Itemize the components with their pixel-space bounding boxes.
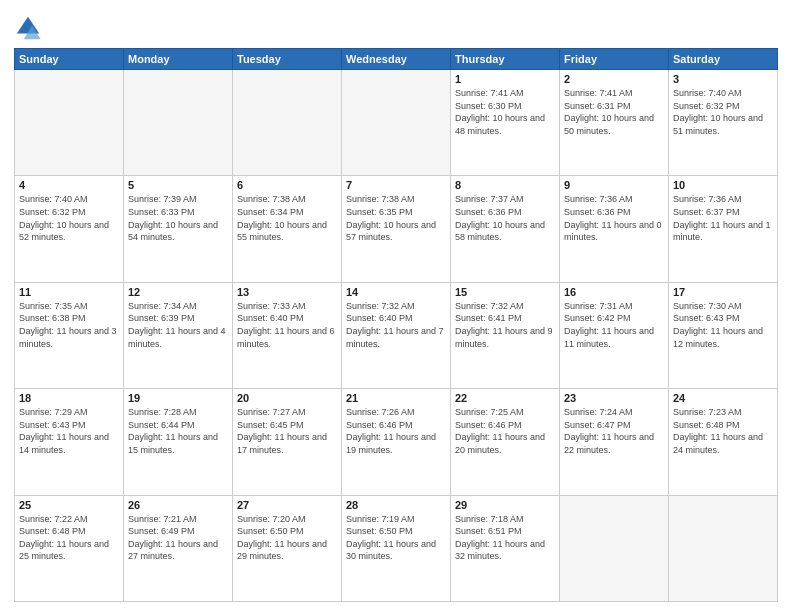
day-number: 4 xyxy=(19,179,119,191)
day-info: Sunrise: 7:23 AMSunset: 6:48 PMDaylight:… xyxy=(673,406,773,456)
svg-marker-0 xyxy=(17,17,39,34)
day-info: Sunrise: 7:28 AMSunset: 6:44 PMDaylight:… xyxy=(128,406,228,456)
calendar-cell: 11Sunrise: 7:35 AMSunset: 6:38 PMDayligh… xyxy=(15,282,124,388)
day-info: Sunrise: 7:39 AMSunset: 6:33 PMDaylight:… xyxy=(128,193,228,243)
day-info: Sunrise: 7:35 AMSunset: 6:38 PMDaylight:… xyxy=(19,300,119,350)
calendar-cell: 7Sunrise: 7:38 AMSunset: 6:35 PMDaylight… xyxy=(342,176,451,282)
calendar-cell: 24Sunrise: 7:23 AMSunset: 6:48 PMDayligh… xyxy=(669,389,778,495)
day-number: 7 xyxy=(346,179,446,191)
calendar-cell: 10Sunrise: 7:36 AMSunset: 6:37 PMDayligh… xyxy=(669,176,778,282)
day-info: Sunrise: 7:20 AMSunset: 6:50 PMDaylight:… xyxy=(237,513,337,563)
day-number: 11 xyxy=(19,286,119,298)
weekday-header-row: SundayMondayTuesdayWednesdayThursdayFrid… xyxy=(15,49,778,70)
day-number: 15 xyxy=(455,286,555,298)
day-info: Sunrise: 7:36 AMSunset: 6:37 PMDaylight:… xyxy=(673,193,773,243)
day-info: Sunrise: 7:32 AMSunset: 6:41 PMDaylight:… xyxy=(455,300,555,350)
day-number: 26 xyxy=(128,499,228,511)
day-number: 23 xyxy=(564,392,664,404)
calendar-cell: 8Sunrise: 7:37 AMSunset: 6:36 PMDaylight… xyxy=(451,176,560,282)
calendar-cell: 29Sunrise: 7:18 AMSunset: 6:51 PMDayligh… xyxy=(451,495,560,601)
day-info: Sunrise: 7:32 AMSunset: 6:40 PMDaylight:… xyxy=(346,300,446,350)
day-number: 19 xyxy=(128,392,228,404)
day-number: 28 xyxy=(346,499,446,511)
day-info: Sunrise: 7:26 AMSunset: 6:46 PMDaylight:… xyxy=(346,406,446,456)
calendar-cell: 27Sunrise: 7:20 AMSunset: 6:50 PMDayligh… xyxy=(233,495,342,601)
day-info: Sunrise: 7:34 AMSunset: 6:39 PMDaylight:… xyxy=(128,300,228,350)
calendar-cell xyxy=(560,495,669,601)
calendar-cell: 28Sunrise: 7:19 AMSunset: 6:50 PMDayligh… xyxy=(342,495,451,601)
day-info: Sunrise: 7:24 AMSunset: 6:47 PMDaylight:… xyxy=(564,406,664,456)
calendar-cell: 12Sunrise: 7:34 AMSunset: 6:39 PMDayligh… xyxy=(124,282,233,388)
day-number: 5 xyxy=(128,179,228,191)
day-info: Sunrise: 7:31 AMSunset: 6:42 PMDaylight:… xyxy=(564,300,664,350)
page: SundayMondayTuesdayWednesdayThursdayFrid… xyxy=(0,0,792,612)
calendar-cell: 22Sunrise: 7:25 AMSunset: 6:46 PMDayligh… xyxy=(451,389,560,495)
calendar-week-1: 1Sunrise: 7:41 AMSunset: 6:30 PMDaylight… xyxy=(15,70,778,176)
day-info: Sunrise: 7:29 AMSunset: 6:43 PMDaylight:… xyxy=(19,406,119,456)
calendar-week-5: 25Sunrise: 7:22 AMSunset: 6:48 PMDayligh… xyxy=(15,495,778,601)
day-number: 13 xyxy=(237,286,337,298)
calendar-cell: 17Sunrise: 7:30 AMSunset: 6:43 PMDayligh… xyxy=(669,282,778,388)
weekday-header-wednesday: Wednesday xyxy=(342,49,451,70)
header xyxy=(14,10,778,42)
day-number: 16 xyxy=(564,286,664,298)
calendar-cell xyxy=(15,70,124,176)
day-info: Sunrise: 7:38 AMSunset: 6:35 PMDaylight:… xyxy=(346,193,446,243)
calendar-week-4: 18Sunrise: 7:29 AMSunset: 6:43 PMDayligh… xyxy=(15,389,778,495)
day-number: 8 xyxy=(455,179,555,191)
day-number: 1 xyxy=(455,73,555,85)
calendar-cell: 25Sunrise: 7:22 AMSunset: 6:48 PMDayligh… xyxy=(15,495,124,601)
weekday-header-saturday: Saturday xyxy=(669,49,778,70)
day-number: 25 xyxy=(19,499,119,511)
weekday-header-tuesday: Tuesday xyxy=(233,49,342,70)
calendar-cell: 16Sunrise: 7:31 AMSunset: 6:42 PMDayligh… xyxy=(560,282,669,388)
day-info: Sunrise: 7:33 AMSunset: 6:40 PMDaylight:… xyxy=(237,300,337,350)
calendar-cell: 2Sunrise: 7:41 AMSunset: 6:31 PMDaylight… xyxy=(560,70,669,176)
day-info: Sunrise: 7:38 AMSunset: 6:34 PMDaylight:… xyxy=(237,193,337,243)
day-number: 9 xyxy=(564,179,664,191)
weekday-header-thursday: Thursday xyxy=(451,49,560,70)
day-number: 24 xyxy=(673,392,773,404)
calendar-table: SundayMondayTuesdayWednesdayThursdayFrid… xyxy=(14,48,778,602)
day-info: Sunrise: 7:30 AMSunset: 6:43 PMDaylight:… xyxy=(673,300,773,350)
calendar-cell: 4Sunrise: 7:40 AMSunset: 6:32 PMDaylight… xyxy=(15,176,124,282)
day-info: Sunrise: 7:41 AMSunset: 6:30 PMDaylight:… xyxy=(455,87,555,137)
day-info: Sunrise: 7:19 AMSunset: 6:50 PMDaylight:… xyxy=(346,513,446,563)
day-number: 3 xyxy=(673,73,773,85)
calendar-cell xyxy=(342,70,451,176)
day-info: Sunrise: 7:36 AMSunset: 6:36 PMDaylight:… xyxy=(564,193,664,243)
calendar-cell: 5Sunrise: 7:39 AMSunset: 6:33 PMDaylight… xyxy=(124,176,233,282)
day-number: 17 xyxy=(673,286,773,298)
calendar-week-2: 4Sunrise: 7:40 AMSunset: 6:32 PMDaylight… xyxy=(15,176,778,282)
calendar-cell: 19Sunrise: 7:28 AMSunset: 6:44 PMDayligh… xyxy=(124,389,233,495)
calendar-cell: 6Sunrise: 7:38 AMSunset: 6:34 PMDaylight… xyxy=(233,176,342,282)
calendar-cell: 20Sunrise: 7:27 AMSunset: 6:45 PMDayligh… xyxy=(233,389,342,495)
calendar-cell: 13Sunrise: 7:33 AMSunset: 6:40 PMDayligh… xyxy=(233,282,342,388)
weekday-header-sunday: Sunday xyxy=(15,49,124,70)
day-info: Sunrise: 7:41 AMSunset: 6:31 PMDaylight:… xyxy=(564,87,664,137)
day-number: 14 xyxy=(346,286,446,298)
weekday-header-monday: Monday xyxy=(124,49,233,70)
day-info: Sunrise: 7:22 AMSunset: 6:48 PMDaylight:… xyxy=(19,513,119,563)
calendar-cell xyxy=(124,70,233,176)
day-number: 12 xyxy=(128,286,228,298)
calendar-cell: 1Sunrise: 7:41 AMSunset: 6:30 PMDaylight… xyxy=(451,70,560,176)
day-number: 10 xyxy=(673,179,773,191)
day-info: Sunrise: 7:40 AMSunset: 6:32 PMDaylight:… xyxy=(673,87,773,137)
day-number: 20 xyxy=(237,392,337,404)
weekday-header-friday: Friday xyxy=(560,49,669,70)
calendar-cell: 23Sunrise: 7:24 AMSunset: 6:47 PMDayligh… xyxy=(560,389,669,495)
day-number: 21 xyxy=(346,392,446,404)
logo xyxy=(14,14,46,42)
day-number: 27 xyxy=(237,499,337,511)
calendar-cell: 9Sunrise: 7:36 AMSunset: 6:36 PMDaylight… xyxy=(560,176,669,282)
day-number: 6 xyxy=(237,179,337,191)
logo-icon xyxy=(14,14,42,42)
calendar-cell: 15Sunrise: 7:32 AMSunset: 6:41 PMDayligh… xyxy=(451,282,560,388)
calendar-cell: 21Sunrise: 7:26 AMSunset: 6:46 PMDayligh… xyxy=(342,389,451,495)
day-number: 2 xyxy=(564,73,664,85)
day-info: Sunrise: 7:25 AMSunset: 6:46 PMDaylight:… xyxy=(455,406,555,456)
day-info: Sunrise: 7:21 AMSunset: 6:49 PMDaylight:… xyxy=(128,513,228,563)
calendar-cell: 14Sunrise: 7:32 AMSunset: 6:40 PMDayligh… xyxy=(342,282,451,388)
calendar-cell xyxy=(233,70,342,176)
